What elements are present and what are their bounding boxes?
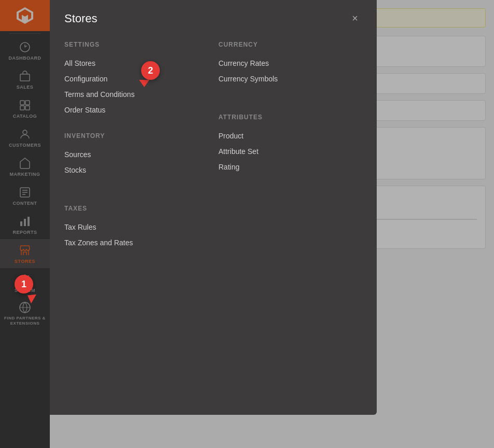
attributes-heading: Attributes — [218, 114, 352, 121]
spacer-2 — [64, 178, 198, 190]
bubble-2-tail — [139, 80, 149, 87]
stores-right-column: Currency Currency Rates Currency Symbols… — [208, 39, 362, 250]
annotation-bubble-2: 2 — [141, 61, 160, 80]
stores-columns: Settings All Stores Configuration Terms … — [64, 39, 362, 250]
spacer-3 — [64, 190, 198, 203]
stores-left-column: Settings All Stores Configuration Terms … — [64, 39, 208, 250]
settings-heading: Settings — [64, 41, 198, 48]
spacer-4 — [218, 87, 352, 99]
menu-item-configuration[interactable]: Configuration — [64, 71, 198, 87]
menu-item-stocks[interactable]: Stocks — [64, 162, 198, 178]
menu-item-tax-rules[interactable]: Tax Rules — [64, 219, 198, 235]
menu-item-rating[interactable]: Rating — [218, 159, 352, 175]
menu-item-order-status[interactable]: Order Status — [64, 102, 198, 118]
stores-close-button[interactable]: × — [348, 10, 362, 26]
taxes-heading: Taxes — [64, 205, 198, 212]
menu-item-tax-zones-rates[interactable]: Tax Zones and Rates — [64, 235, 198, 250]
annotation-bubble-1: 1 — [15, 275, 33, 293]
stores-panel-title: Stores — [64, 12, 98, 25]
menu-item-all-stores[interactable]: All Stores — [64, 55, 198, 71]
currency-heading: Currency — [218, 41, 352, 48]
menu-item-product[interactable]: Product — [218, 128, 352, 144]
menu-item-attribute-set[interactable]: Attribute Set — [218, 144, 352, 159]
inventory-heading: Inventory — [64, 132, 198, 139]
spacer-1 — [64, 118, 198, 130]
stores-panel: Stores × Settings All Stores Configurati… — [50, 0, 377, 415]
stores-panel-header: Stores × — [64, 10, 362, 26]
menu-item-currency-symbols[interactable]: Currency Symbols — [218, 71, 352, 87]
spacer-5 — [218, 99, 352, 111]
menu-item-sources[interactable]: Sources — [64, 147, 198, 162]
menu-item-terms-conditions[interactable]: Terms and Conditions — [64, 87, 198, 102]
menu-item-currency-rates[interactable]: Currency Rates — [218, 55, 352, 71]
